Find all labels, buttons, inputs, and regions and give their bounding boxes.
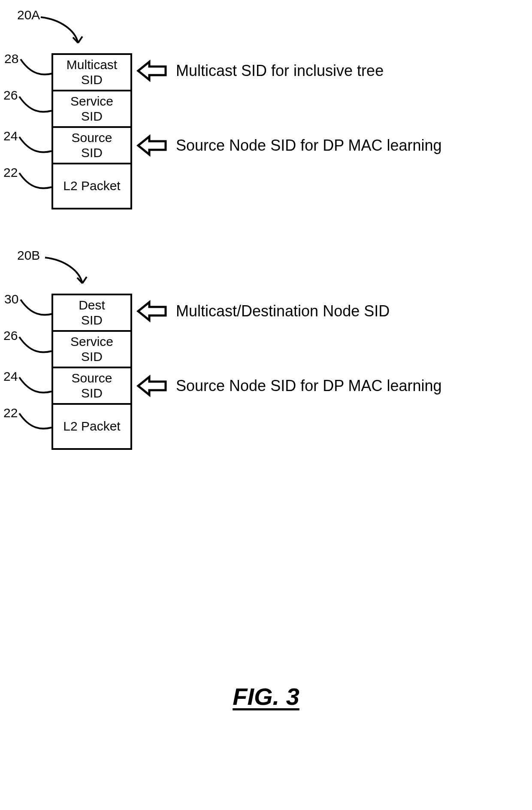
ref-24b: 24 [3, 369, 18, 384]
cell-l2-packet-a: L2 Packet [53, 164, 130, 209]
arrow-left-icon [137, 375, 167, 397]
cell-multicast-sid: Multicast SID [53, 55, 130, 91]
arrow-left-icon [137, 300, 167, 322]
annotation-dest-text: Multicast/Destination Node SID [176, 302, 390, 320]
arrow-annotation-multicast: Multicast SID for inclusive tree [137, 60, 384, 82]
text-dest1: Dest [79, 298, 105, 313]
curve-arrow-20a [39, 15, 86, 49]
text-source-a1: Source [71, 130, 112, 146]
stack-b: Dest SID Service SID Source SID L2 Packe… [51, 294, 132, 450]
text-service-b1: Service [70, 334, 113, 349]
text-multicast-sid: SID [81, 73, 103, 88]
arrow-left-icon [137, 60, 167, 82]
curve-arrow-20b [43, 255, 90, 290]
lead-24b [18, 376, 52, 395]
stack-a: Multicast SID Service SID Source SID L2 … [51, 53, 132, 209]
text-multicast: Multicast [66, 58, 117, 73]
arrow-annotation-source-a: Source Node SID for DP MAC learning [137, 135, 442, 156]
annotation-multicast-text: Multicast SID for inclusive tree [176, 62, 384, 80]
ref-30: 30 [4, 292, 18, 306]
cell-source-sid-a: Source SID [53, 128, 130, 164]
lead-24a [18, 136, 52, 155]
figure-caption: FIG. 3 [0, 683, 532, 710]
annotation-source-a-text: Source Node SID for DP MAC learning [176, 137, 442, 155]
ref-20a: 20A [17, 8, 40, 22]
ref-24a: 24 [3, 129, 18, 143]
cell-l2-packet-b: L2 Packet [53, 405, 130, 450]
text-source-a2: SID [81, 146, 103, 161]
cell-dest-sid: Dest SID [53, 295, 130, 332]
ref-22a: 22 [3, 165, 18, 180]
text-service-a1: Service [70, 94, 113, 109]
lead-22b [18, 412, 52, 431]
lead-22a [18, 172, 52, 191]
text-source-b1: Source [71, 371, 112, 386]
annotation-source-b-text: Source Node SID for DP MAC learning [176, 377, 442, 395]
text-dest2: SID [81, 313, 103, 328]
text-service-b2: SID [81, 349, 103, 364]
lead-30 [19, 298, 54, 318]
cell-service-sid-b: Service SID [53, 332, 130, 368]
ref-22b: 22 [3, 406, 18, 420]
ref-28: 28 [4, 52, 18, 66]
arrow-annotation-dest: Multicast/Destination Node SID [137, 300, 390, 322]
cell-source-sid-b: Source SID [53, 368, 130, 405]
text-l2-a: L2 Packet [63, 179, 120, 194]
text-l2-b: L2 Packet [63, 419, 120, 434]
cell-service-sid-a: Service SID [53, 91, 130, 128]
text-source-b2: SID [81, 386, 103, 401]
lead-26a [18, 95, 52, 115]
arrow-annotation-source-b: Source Node SID for DP MAC learning [137, 375, 442, 397]
ref-20b: 20B [17, 248, 40, 263]
ref-26a: 26 [3, 88, 18, 103]
ref-26b: 26 [3, 328, 18, 343]
lead-26b [18, 336, 52, 355]
text-service-a2: SID [81, 109, 103, 124]
arrow-left-icon [137, 135, 167, 156]
lead-28 [19, 58, 54, 77]
